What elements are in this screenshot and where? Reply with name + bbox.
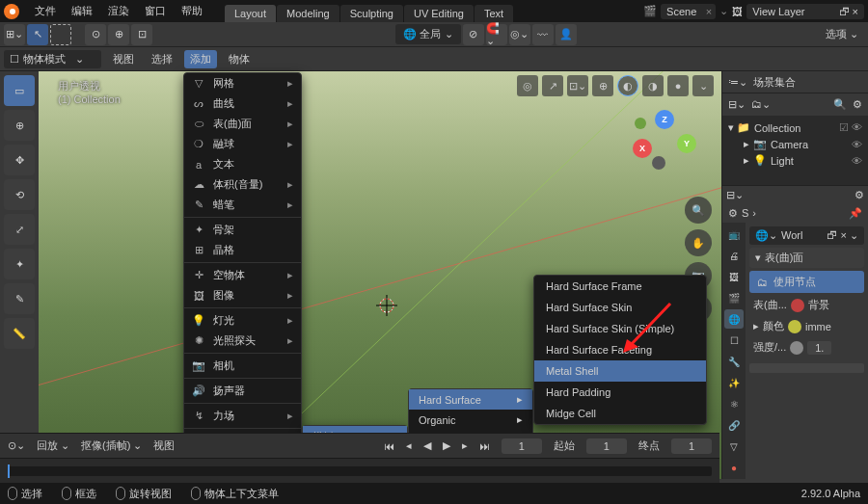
tool-measure[interactable]: 📏: [4, 318, 35, 349]
add-metaball[interactable]: ❍融球▸: [184, 134, 301, 154]
menu-object[interactable]: 物体: [223, 52, 256, 66]
tool-transform[interactable]: ✦: [4, 249, 35, 279]
jump-start-icon[interactable]: ⏮: [384, 440, 394, 452]
timeline-playback[interactable]: 回放 ⌄: [37, 438, 69, 453]
tool-cursor[interactable]: ⊕: [4, 110, 35, 141]
navigation-gizmo[interactable]: Z X Y: [631, 110, 698, 177]
pan-icon[interactable]: ✋: [685, 229, 712, 256]
tool-scale[interactable]: ⤢: [4, 214, 35, 245]
ptab-viewlayer[interactable]: 🖼: [724, 267, 744, 286]
tool-move[interactable]: ✥: [4, 145, 35, 175]
ptab-scene[interactable]: 🎬: [724, 288, 744, 307]
prop2-icon[interactable]: 〰: [532, 24, 554, 45]
add-text[interactable]: a文本: [184, 154, 301, 174]
add-lattice[interactable]: ⊞晶格: [184, 240, 301, 260]
outliner-editor-icon[interactable]: ≔⌄: [728, 76, 747, 89]
tab-uvediting[interactable]: UV Editing: [404, 5, 474, 22]
tab-modeling[interactable]: Modeling: [277, 5, 339, 22]
ptab-object[interactable]: ☐: [724, 331, 744, 350]
mode-selector[interactable]: ☐ 物体模式 ⌄: [4, 50, 101, 68]
strength-value[interactable]: 1.: [807, 341, 831, 355]
options-dropdown[interactable]: 选项 ⌄: [820, 24, 864, 44]
add-mesh[interactable]: ▽网格▸: [184, 73, 301, 93]
hs-skin-simple[interactable]: Hard Surface Skin (Simple): [534, 318, 706, 339]
ptab-output[interactable]: 🖨: [724, 246, 744, 265]
add-gpencil[interactable]: ✎蜡笔▸: [184, 195, 301, 215]
end-frame[interactable]: 1: [671, 438, 712, 454]
panel-surface[interactable]: ▾ 表(曲)面: [749, 248, 864, 268]
prev-key-icon[interactable]: ◂: [406, 439, 412, 452]
hs-hard-padding[interactable]: Hard Padding: [534, 382, 706, 403]
menu-add[interactable]: 添加: [184, 50, 217, 68]
ptab-physics[interactable]: ⚛: [724, 394, 744, 413]
outliner-search-icon[interactable]: 🔍: [833, 98, 847, 111]
hs-faceting[interactable]: Hard Surface Faceting: [534, 339, 706, 360]
tool-rotate[interactable]: ⟲: [4, 179, 35, 210]
menu-select[interactable]: 选择: [146, 52, 178, 66]
world-selector[interactable]: 🌐⌄ Worl 🗗 × ⌄: [749, 226, 864, 245]
viewlayer-selector[interactable]: View Layer🗗 ×: [746, 4, 864, 19]
start-frame[interactable]: 1: [586, 438, 627, 454]
tab-text[interactable]: Text: [475, 5, 513, 22]
add-lightprobe[interactable]: ✺光照探头▸: [184, 331, 301, 351]
scene-selector[interactable]: Scene×: [661, 4, 716, 19]
hs-metal-shell[interactable]: Metal Shell: [534, 360, 706, 382]
props-options-icon[interactable]: ⚙: [854, 189, 864, 201]
pivot2-icon[interactable]: ⊕: [108, 24, 129, 45]
menu-window[interactable]: 窗口: [137, 0, 174, 22]
hs-skin[interactable]: Hard Surface Skin: [534, 297, 706, 318]
outliner-display-mode-icon[interactable]: ⊟⌄: [728, 98, 746, 111]
menu-file[interactable]: 文件: [27, 0, 64, 22]
shading-material-icon[interactable]: ◑: [642, 75, 664, 96]
xray-icon[interactable]: ⊡⌄: [567, 75, 588, 96]
select-box-icon[interactable]: [50, 24, 71, 45]
snap2-icon[interactable]: 🧲⌄: [486, 24, 507, 45]
shading-wireframe-icon[interactable]: ⊕: [592, 75, 613, 96]
template-hardsurface[interactable]: Hard Surface▸: [409, 389, 532, 410]
menu-view[interactable]: 视图: [107, 52, 140, 66]
timeline-track[interactable]: [0, 458, 719, 483]
timeline-editor-icon[interactable]: ⊙⌄: [8, 439, 25, 452]
hs-midge-cell[interactable]: Midge Cell: [534, 403, 706, 424]
timeline-view[interactable]: 视图: [153, 438, 175, 453]
overlay-toggle-icon[interactable]: ↗: [542, 75, 563, 96]
cursor-tool-icon[interactable]: ↖: [27, 24, 48, 45]
hs-frame[interactable]: Hard Surface Frame: [534, 276, 706, 297]
shading-options-icon[interactable]: ⌄: [692, 75, 714, 96]
ptab-world[interactable]: 🌐: [724, 309, 744, 329]
add-surface[interactable]: ⬭表(曲)面▸: [184, 114, 301, 134]
ptab-particle[interactable]: ✨: [724, 373, 744, 392]
pivot3-icon[interactable]: ⊡: [131, 24, 152, 45]
tab-sculpting[interactable]: Sculpting: [340, 5, 403, 22]
ptab-material[interactable]: ●: [724, 458, 744, 477]
editor-type-selector[interactable]: ⊞⌄: [4, 24, 25, 45]
ptab-data[interactable]: ▽: [724, 437, 744, 456]
jump-end-icon[interactable]: ⏭: [479, 440, 490, 452]
intensity-slider[interactable]: [749, 363, 864, 373]
menu-help[interactable]: 帮助: [174, 0, 210, 22]
menu-edit[interactable]: 编辑: [64, 0, 100, 22]
add-light[interactable]: 💡灯光▸: [184, 307, 301, 331]
outliner-filter-icon[interactable]: 🗂⌄: [751, 98, 771, 111]
tab-layout[interactable]: Layout: [225, 5, 276, 22]
add-empty[interactable]: ✛空物体▸: [184, 262, 301, 285]
add-camera[interactable]: 📷相机: [184, 353, 301, 376]
pin-icon[interactable]: 📌: [849, 207, 862, 220]
template-organic[interactable]: Organic▸: [409, 410, 532, 430]
add-image[interactable]: 🖼图像▸: [184, 285, 301, 305]
props-breadcrumb[interactable]: S: [742, 207, 748, 219]
prop3-icon[interactable]: 👤: [556, 24, 577, 45]
current-frame[interactable]: 1: [502, 438, 542, 454]
outliner-filter2-icon[interactable]: ⚙: [853, 98, 862, 111]
add-speaker[interactable]: 🔊扬声器: [184, 378, 301, 401]
use-nodes-button[interactable]: 🗂使用节点: [749, 271, 864, 293]
timeline-keying[interactable]: 抠像(插帧) ⌄: [81, 438, 142, 453]
add-volume[interactable]: ☁体积(音量)▸: [184, 174, 301, 195]
gizmo-toggle-icon[interactable]: ◎: [517, 75, 538, 96]
tool-select-box[interactable]: ▭: [4, 75, 35, 106]
ptab-modifier[interactable]: 🔧: [724, 352, 744, 371]
play-icon[interactable]: ▶: [443, 439, 450, 452]
ptab-render[interactable]: 📺: [724, 225, 744, 244]
add-armature[interactable]: ✦骨架: [184, 217, 301, 240]
ptab-constraint[interactable]: 🔗: [724, 415, 744, 435]
